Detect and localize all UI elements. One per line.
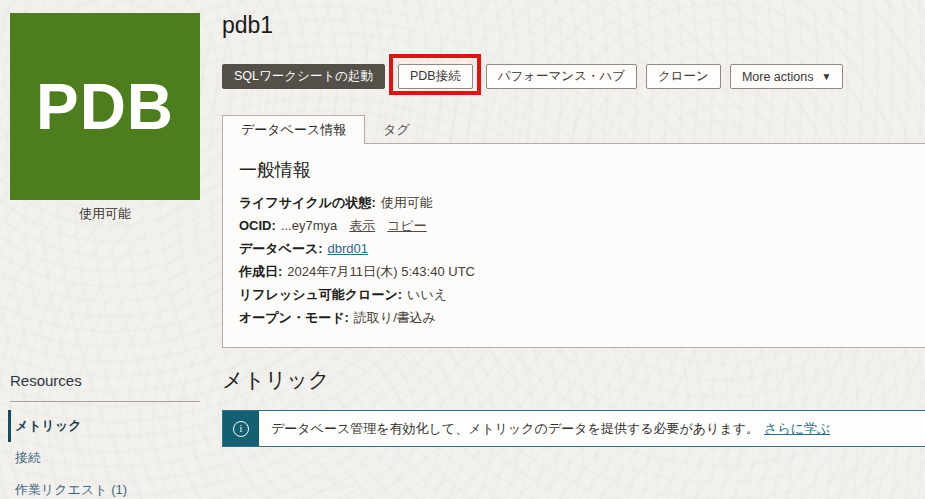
sidebar-item-metrics[interactable]: メトリック xyxy=(8,410,206,442)
pdb-status-tile: PDB xyxy=(10,13,200,200)
field-open-mode: オープン・モード:読取り/書込み xyxy=(239,311,917,325)
field-created-date: 作成日:2024年7月11日(木) 5:43:40 UTC xyxy=(239,265,917,279)
field-label: オープン・モード: xyxy=(239,310,349,325)
learn-more-link[interactable]: さらに学ぶ xyxy=(764,420,830,438)
field-value: 2024年7月11日(木) 5:43:40 UTC xyxy=(287,264,475,279)
tab-database-info[interactable]: データベース情報 xyxy=(222,115,365,144)
info-banner: i データベース管理を有効化して、メトリックのデータを提供する必要があります。 … xyxy=(222,410,925,447)
database-info-card-body: 一般情報 ライフサイクルの状態:使用可能 OCID:...ey7mya表示コピー… xyxy=(223,144,925,348)
detail-tabs: データベース情報 タグ xyxy=(222,115,428,144)
more-actions-label: More actions xyxy=(742,70,814,84)
resources-divider xyxy=(10,401,200,402)
performance-hub-button[interactable]: パフォーマンス・ハブ xyxy=(486,64,637,89)
ocid-copy-link[interactable]: コピー xyxy=(387,218,427,233)
chevron-down-icon: ▼ xyxy=(821,71,831,82)
info-icon: i xyxy=(233,421,249,437)
field-label: 作成日: xyxy=(239,264,282,279)
field-database: データベース:dbrd01 xyxy=(239,242,917,256)
ocid-show-link[interactable]: 表示 xyxy=(349,218,375,233)
field-refreshable-clone: リフレッシュ可能クローン:いいえ xyxy=(239,288,917,302)
field-value: ...ey7mya xyxy=(281,218,337,233)
resources-panel: Resources メトリック 接続 作業リクエスト (1) xyxy=(10,372,206,499)
launch-sql-worksheet-button[interactable]: SQLワークシートの起動 xyxy=(222,64,385,89)
clone-button[interactable]: クローン xyxy=(646,64,721,89)
field-value: 読取り/書込み xyxy=(354,310,436,325)
database-info-card: 一般情報 ライフサイクルの状態:使用可能 OCID:...ey7mya表示コピー… xyxy=(222,143,925,348)
metrics-section-heading: メトリック xyxy=(222,366,329,394)
sidebar-item-connections[interactable]: 接続 xyxy=(10,442,206,474)
pdb-connect-button[interactable]: PDB接続 xyxy=(398,64,473,89)
oci-pdb-details-page: PDB 使用可能 Resources メトリック 接続 作業リクエスト (1) … xyxy=(0,0,925,499)
tab-tags[interactable]: タグ xyxy=(365,115,428,144)
pdb-tile-label: PDB xyxy=(36,75,174,139)
field-label: OCID: xyxy=(239,218,276,233)
database-link[interactable]: dbrd01 xyxy=(328,241,368,256)
field-label: データベース: xyxy=(239,241,323,256)
action-buttons-row: SQLワークシートの起動 PDB接続 パフォーマンス・ハブ クローン More … xyxy=(222,64,843,89)
sidebar-item-work-requests[interactable]: 作業リクエスト (1) xyxy=(10,474,206,499)
field-ocid: OCID:...ey7mya表示コピー xyxy=(239,219,917,233)
info-banner-text: データベース管理を有効化して、メトリックのデータを提供する必要があります。 xyxy=(271,420,759,438)
page-title: pdb1 xyxy=(222,12,273,39)
field-value: いいえ xyxy=(407,287,447,302)
field-label: リフレッシュ可能クローン: xyxy=(239,287,402,302)
resources-list: メトリック 接続 作業リクエスト (1) xyxy=(10,410,206,499)
general-info-heading: 一般情報 xyxy=(239,158,917,182)
pdb-connect-wrap: PDB接続 xyxy=(398,64,473,89)
info-banner-icon-block: i xyxy=(223,411,259,446)
status-caption: 使用可能 xyxy=(10,205,200,223)
more-actions-button[interactable]: More actions ▼ xyxy=(730,64,843,89)
field-label: ライフサイクルの状態: xyxy=(239,195,376,210)
field-value: 使用可能 xyxy=(381,195,433,210)
info-banner-content: データベース管理を有効化して、メトリックのデータを提供する必要があります。 さら… xyxy=(259,411,830,446)
resources-heading: Resources xyxy=(10,372,206,389)
field-lifecycle-state: ライフサイクルの状態:使用可能 xyxy=(239,196,917,210)
